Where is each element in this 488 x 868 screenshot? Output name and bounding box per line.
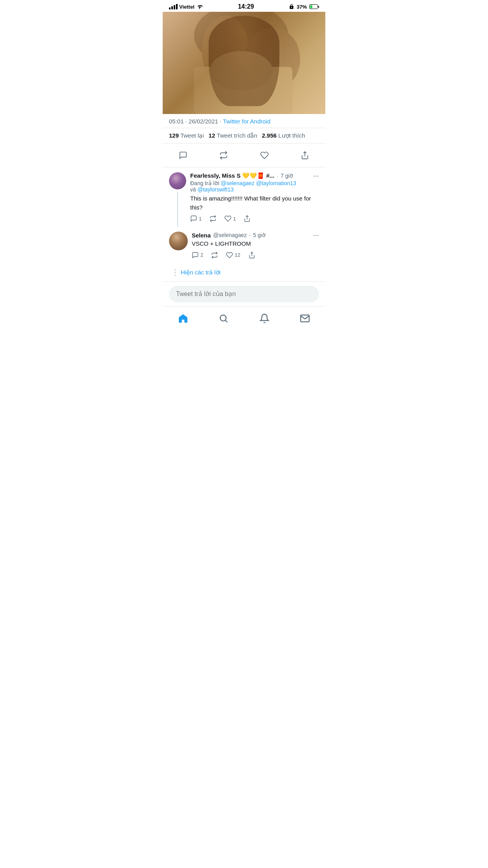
avatar-fearlessly[interactable]: [169, 172, 186, 189]
reply-and: và: [190, 186, 198, 193]
reply-input[interactable]: [169, 286, 319, 302]
like-button[interactable]: [256, 147, 273, 164]
action-bar: [163, 143, 325, 167]
comment-text-selena: VSCO + LIGHTROOM: [192, 239, 319, 248]
reply-user-2[interactable]: @taylornation13: [256, 180, 296, 186]
tweet-image: [163, 12, 325, 114]
svg-point-4: [210, 51, 273, 90]
bottom-nav: [163, 306, 325, 333]
lock-icon: [289, 4, 294, 9]
tweet-meta: 05:01 · 26/02/2021 · Twitter for Android: [163, 114, 325, 128]
comment-like-btn[interactable]: 1: [224, 215, 236, 222]
nav-search[interactable]: [214, 311, 233, 326]
battery-icon: [309, 4, 319, 9]
comment-reply-btn[interactable]: 1: [190, 215, 202, 222]
comment-header-selena: Selena @selenagaez · 5 giờ ···: [192, 232, 319, 239]
selena-handle: @selenagaez: [213, 232, 247, 238]
time-display: 14:29: [238, 3, 254, 10]
comment-separator-selena: ·: [249, 232, 251, 238]
tweet-time: 05:01: [169, 118, 184, 125]
stats-row: 129 Tweet lại 12 Tweet trích dẫn 2.956 L…: [163, 128, 325, 143]
reply-user-1[interactable]: @selenagaez: [221, 180, 255, 186]
signal-icon: [169, 4, 178, 9]
carrier-name: Viettel: [179, 4, 194, 10]
tweet-source-link[interactable]: Twitter for Android: [223, 118, 270, 125]
tweet-date: 26/02/2021: [189, 118, 218, 125]
status-right: 37%: [289, 4, 319, 10]
comment-text-fearlessly: This is amazing!!!!!!! What filter did y…: [190, 194, 319, 212]
battery-percent: 37%: [297, 4, 307, 10]
show-more-link[interactable]: Hiện các trả lời: [181, 269, 220, 276]
reply-button[interactable]: [174, 147, 192, 164]
like-count-selena: 12: [235, 252, 240, 258]
like-count-fearlessly: 1: [233, 216, 236, 222]
comment-time-fearlessly-val: 7 giờ: [281, 173, 293, 179]
reply-user-3[interactable]: @taylorswift13: [198, 186, 234, 193]
selena-retweet-btn[interactable]: [211, 252, 218, 259]
image-decoration: [163, 12, 325, 114]
reply-count-selena: 2: [200, 252, 203, 258]
comment-left-selena: [169, 232, 188, 263]
comment-item-fearlessly: Fearlessly, Miss S 💛💛🧧 #... · 7 giờ ··· …: [163, 167, 325, 227]
comment-more-selena[interactable]: ···: [313, 232, 319, 239]
status-bar: Viettel 14:29 37%: [163, 0, 325, 12]
thread-line: [177, 192, 178, 227]
comment-time-selena: 5 giờ: [253, 232, 266, 238]
show-more-replies[interactable]: Hiện các trả lời: [163, 263, 325, 281]
status-left: Viettel: [169, 4, 203, 10]
avatar-selena[interactable]: [169, 232, 188, 250]
likes-count: 2.956 Lượt thích: [262, 132, 305, 139]
comment-body-selena: Selena @selenagaez · 5 giờ ··· VSCO + LI…: [192, 232, 319, 263]
nav-messages[interactable]: [295, 311, 315, 326]
nav-home[interactable]: [173, 311, 193, 326]
comment-retweet-btn[interactable]: [209, 215, 216, 222]
selena-share-btn[interactable]: [248, 252, 255, 259]
nav-notifications[interactable]: [255, 311, 274, 326]
comment-more-fearlessly[interactable]: ···: [313, 172, 319, 179]
selena-reply-btn[interactable]: 2: [192, 252, 203, 259]
selena-like-btn[interactable]: 12: [226, 252, 240, 259]
comment-item-selena: Selena @selenagaez · 5 giờ ··· VSCO + LI…: [163, 227, 325, 263]
reply-count-fearlessly: 1: [199, 216, 202, 222]
share-button[interactable]: [296, 147, 314, 164]
quote-count: 12 Tweet trích dẫn: [209, 132, 257, 139]
comment-share-btn[interactable]: [244, 215, 251, 222]
comment-left-fearlessly: [169, 172, 186, 227]
comments-section: Fearlessly, Miss S 💛💛🧧 #... · 7 giờ ··· …: [163, 167, 325, 281]
commenter-name-selena: Selena: [192, 232, 211, 239]
meta-separator1: ·: [185, 118, 189, 125]
reply-input-bar: [163, 281, 325, 306]
comment-actions-selena: 2 12: [192, 252, 319, 259]
comment-actions-fearlessly: 1 1: [190, 215, 319, 222]
comment-reply-to: Đang trả lời @selenagaez @taylornation13…: [190, 180, 319, 193]
comment-header-fearlessly: Fearlessly, Miss S 💛💛🧧 #... · 7 giờ ···: [190, 172, 319, 179]
comment-body-fearlessly: Fearlessly, Miss S 💛💛🧧 #... · 7 giờ ··· …: [190, 172, 319, 227]
commenter-name-fearlessly: Fearlessly, Miss S 💛💛🧧 #...: [190, 172, 274, 179]
show-more-dots: [169, 269, 176, 276]
wifi-icon: [196, 4, 203, 9]
svg-line-9: [226, 320, 227, 322]
retweet-count: 129 Tweet lại: [169, 132, 204, 139]
svg-point-8: [220, 315, 226, 321]
retweet-button[interactable]: [215, 147, 232, 164]
comment-time-fearlessly: ·: [277, 173, 278, 179]
